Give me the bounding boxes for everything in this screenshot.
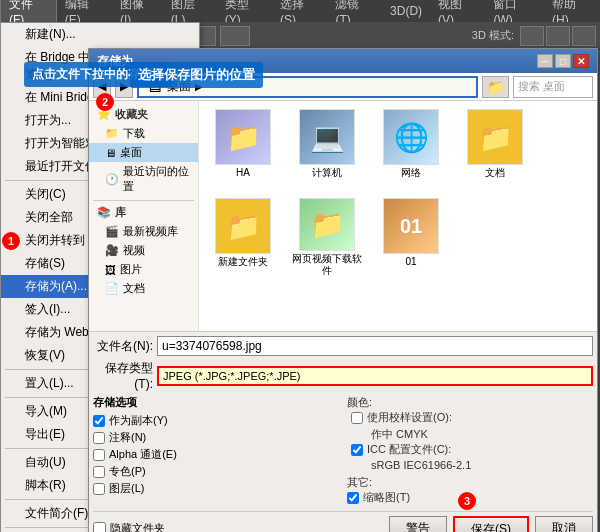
layer-checkbox[interactable] [93,483,105,495]
docs-label: 文档 [485,167,505,179]
hidden-files-row: 隐藏文件夹 [93,521,383,533]
new-folder-icon: 📁 [487,79,504,95]
sidebar-sep [93,200,194,201]
files-grid: 📁 HA 💻 计算机 🌐 [199,101,597,331]
thumbnail-label: 缩略图(T) [363,490,410,505]
sidebar-item-video[interactable]: 🎥 视频 [89,241,198,260]
sidebar-item-docs[interactable]: 📄 文档 [89,279,198,298]
toolbar-3d-label: 3D 模式: [472,28,514,43]
options-columns: 作为副本(Y) 注释(N) Alpha 通道(E) [93,413,339,498]
video-icon: 🎥 [105,244,119,257]
video-lib-icon: 🎬 [105,225,119,238]
pictures-icon: 🖼 [105,264,116,276]
toolbar-3d-btn3[interactable] [572,26,596,46]
copy-label: 作为副本(Y) [109,413,168,428]
option-copy: 作为副本(Y) [93,413,177,428]
sidebar-item-pictures[interactable]: 🖼 图片 [89,260,198,279]
file-item-network[interactable]: 🌐 网络 [371,105,451,190]
dialog-close-btn[interactable]: ✕ [573,54,589,68]
spot-label: 专色(P) [109,464,146,479]
ha-label: HA [236,167,250,179]
downloader-thumb: 📁 [299,198,355,251]
newfolder-thumb: 📁 [215,198,271,254]
desktop-folder-icon: 🖥 [105,147,116,159]
note-label: 注释(N) [109,430,146,445]
icc-checkbox[interactable] [351,444,363,456]
docs-icon: 📄 [105,282,119,295]
file-item-newfolder[interactable]: 📁 新建文件夹 [203,194,283,279]
dialog-maximize-btn[interactable]: □ [555,54,571,68]
save-btn[interactable]: 保存(S) [453,516,529,532]
color-proof-checkbox[interactable] [351,412,363,424]
app-window: 文件(F) 编辑(E) 图像(I) 图层(L) 类型(Y) 选择(S) 滤镜(T… [0,0,600,532]
newfolder-label: 新建文件夹 [218,256,268,268]
cancel-btn[interactable]: 取消 [535,516,593,532]
options-area: 存储选项 作为副本(Y) 注释(N) [93,395,593,507]
option-note: 注释(N) [93,430,177,445]
filename-row: 文件名(N): [93,336,593,356]
sidebar-item-downloads[interactable]: 📁 下载 [89,124,198,143]
new-folder-btn[interactable]: 📁 [482,76,509,98]
file-item-downloader[interactable]: 📁 网页视频下载软件 [287,194,367,279]
01-label: 01 [405,256,416,268]
hidden-files-checkbox[interactable] [93,522,106,533]
ps-menu-bar: 文件(F) 编辑(E) 图像(I) 图层(L) 类型(Y) 选择(S) 滤镜(T… [0,0,600,22]
01-thumb: 01 [383,198,439,254]
downloads-icon: 📁 [105,127,119,140]
menu-3d[interactable]: 3D(D) [382,2,430,20]
downloader-label: 网页视频下载软件 [289,253,365,275]
recent-icon: 🕐 [105,173,119,186]
other-label: 其它: [347,476,372,488]
computer-label: 计算机 [312,167,342,179]
color-label: 颜色: [347,396,372,408]
dialog-content: 📁 HA 💻 计算机 🌐 [199,101,597,331]
sidebar-favorites-group: ⭐ 收藏夹 📁 下载 🖥 桌面 🕐 最近访问的位置 [89,105,198,196]
annotation-3: 3 [458,492,476,510]
search-box[interactable]: 搜索 桌面 [513,76,593,98]
options-right: 颜色: 使用校样设置(O): 作中 CMYK ICC 配置文件(C): [347,395,593,507]
dialog-action-row: 隐藏文件夹 警告 保存(S) 取消 [93,511,593,532]
filetype-select[interactable]: JPEG (*.JPG;*.JPEG;*.JPE) [157,366,593,386]
toolbar-3d-btn[interactable] [520,26,544,46]
warning-btn[interactable]: 警告 [389,516,447,532]
filetype-value: JPEG (*.JPG;*.JPEG;*.JPE) [163,370,301,382]
menu-new[interactable]: 新建(N)... [1,23,199,46]
layer-label: 图层(L) [109,481,144,496]
spot-checkbox[interactable] [93,466,105,478]
sidebar-item-video-lib[interactable]: 🎬 最新视频库 [89,222,198,241]
filename-input[interactable] [157,336,593,356]
alpha-label: Alpha 通道(E) [109,447,177,462]
thumbnail-checkbox[interactable] [347,492,359,504]
alpha-checkbox[interactable] [93,449,105,461]
option-layer: 图层(L) [93,481,177,496]
toolbar-3d-btn2[interactable] [546,26,570,46]
sidebar-item-desktop[interactable]: 🖥 桌面 [89,143,198,162]
file-item-01[interactable]: 01 01 [371,194,451,279]
annotation-1: 1 [2,232,20,250]
option-spot: 专色(P) [93,464,177,479]
options-col1: 作为副本(Y) 注释(N) Alpha 通道(E) [93,413,177,498]
computer-thumb: 💻 [299,109,355,165]
note-checkbox[interactable] [93,432,105,444]
sidebar-item-recent[interactable]: 🕐 最近访问的位置 [89,162,198,196]
copy-checkbox[interactable] [93,415,105,427]
toolbar-btn-7[interactable] [220,26,250,46]
file-item-computer[interactable]: 💻 计算机 [287,105,367,190]
file-item-docs[interactable]: 📁 文档 [455,105,535,190]
file-save-dialog: 存储为 ─ □ ✕ ◀ ▶ 🖥 桌面 ▶ 📁 搜索 桌面 [88,48,598,532]
dialog-sidebar: ⭐ 收藏夹 📁 下载 🖥 桌面 🕐 最近访问的位置 [89,101,199,331]
dialog-body: ⭐ 收藏夹 📁 下载 🖥 桌面 🕐 最近访问的位置 [89,101,597,331]
color-row: 颜色: 使用校样设置(O): 作中 CMYK ICC 配置文件(C): [347,395,593,471]
hidden-files-label: 隐藏文件夹 [110,521,165,533]
filetype-row: 保存类型(T): JPEG (*.JPG;*.JPEG;*.JPE) [93,360,593,391]
option-alpha: Alpha 通道(E) [93,447,177,462]
color-proof-sub: 作中 CMYK [371,427,593,442]
file-item-ha[interactable]: 📁 HA [203,105,283,190]
icc-row: ICC 配置文件(C): [351,442,593,457]
options-left: 存储选项 作为副本(Y) 注释(N) [93,395,339,507]
ha-thumb: 📁 [215,109,271,165]
instruction-box-2: 选择保存图片的位置 [130,62,263,88]
docs-thumb: 📁 [467,109,523,165]
dialog-minimize-btn[interactable]: ─ [537,54,553,68]
color-proof-label: 使用校样设置(O): [367,410,452,425]
